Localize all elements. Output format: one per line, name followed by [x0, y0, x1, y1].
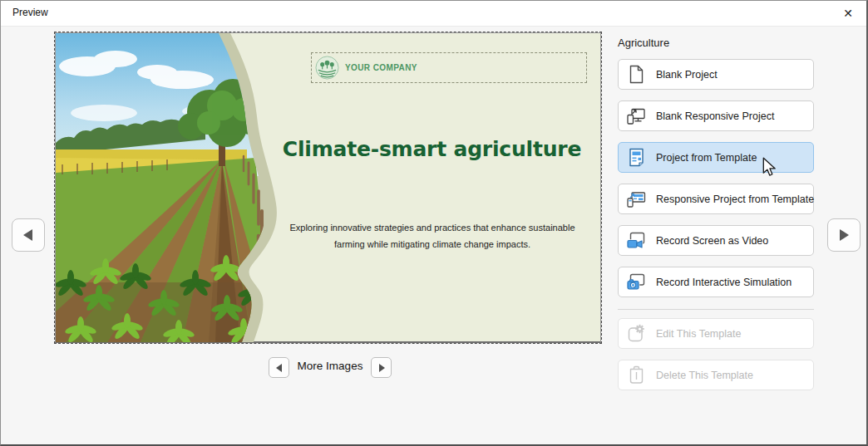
button-label: Record Interactive Simulation — [656, 277, 792, 288]
more-images-label: More Images — [292, 360, 368, 372]
delete-this-template-button[interactable]: Delete This Template — [618, 360, 814, 390]
title-bar: Preview ✕ — [1, 1, 866, 27]
next-template-button[interactable] — [827, 218, 861, 252]
edit-this-template-button[interactable]: Edit This Template — [618, 318, 814, 349]
logo-placeholder-box: YOUR COMPANY — [311, 52, 587, 83]
blank-responsive-project-button[interactable]: Blank Responsive Project — [618, 100, 814, 131]
project-from-template-button[interactable]: Project from Template — [618, 142, 814, 173]
left-triangle-icon — [22, 228, 35, 242]
button-label: Edit This Template — [656, 328, 741, 340]
close-icon: ✕ — [843, 7, 853, 20]
window-title: Preview — [12, 7, 48, 18]
responsive-template-icon — [625, 188, 648, 210]
video-camera-icon — [625, 229, 648, 252]
slide-subtitle: Exploring innovative strategies and prac… — [265, 219, 599, 252]
record-screen-as-video-button[interactable]: Record Screen as Video — [618, 225, 814, 256]
close-button[interactable]: ✕ — [838, 4, 858, 22]
button-label: Record Screen as Video — [656, 235, 768, 247]
gear-edit-icon — [625, 322, 648, 345]
slide-title: Climate-smart agriculture — [264, 137, 600, 161]
company-name-label: YOUR COMPANY — [345, 63, 417, 72]
responsive-project-from-template-button[interactable]: Responsive Project from Template — [618, 184, 814, 214]
trash-icon — [625, 364, 648, 386]
button-label: Project from Template — [656, 152, 757, 164]
slide-subtitle-line1: Exploring innovative strategies and prac… — [265, 219, 599, 236]
button-label: Blank Project — [656, 69, 718, 81]
preview-dialog: Preview ✕ — [0, 0, 868, 446]
blank-project-button[interactable]: Blank Project — [618, 59, 814, 90]
company-logo-icon — [315, 56, 339, 80]
template-document-icon — [625, 146, 648, 169]
button-label: Delete This Template — [656, 370, 753, 381]
right-triangle-icon — [377, 364, 386, 372]
previous-template-button[interactable] — [12, 218, 45, 252]
more-images-prev-button[interactable] — [269, 357, 289, 378]
more-images-next-button[interactable] — [371, 357, 392, 378]
slide-subtitle-line2: farming while mitigating climate change … — [265, 236, 599, 252]
slide-preview: YOUR COMPANY Climate-smart agriculture E… — [55, 32, 601, 343]
button-label: Responsive Project from Template — [656, 194, 814, 205]
button-label: Blank Responsive Project — [656, 110, 774, 122]
sidebar-divider — [618, 309, 814, 310]
left-triangle-icon — [275, 364, 284, 372]
responsive-devices-icon — [625, 105, 648, 127]
sidebar-heading: Agriculture — [618, 37, 669, 49]
right-triangle-icon — [837, 228, 851, 242]
record-interactive-simulation-button[interactable]: Record Interactive Simulation — [618, 267, 814, 297]
photo-camera-icon — [625, 271, 648, 293]
blank-document-icon — [625, 63, 648, 86]
